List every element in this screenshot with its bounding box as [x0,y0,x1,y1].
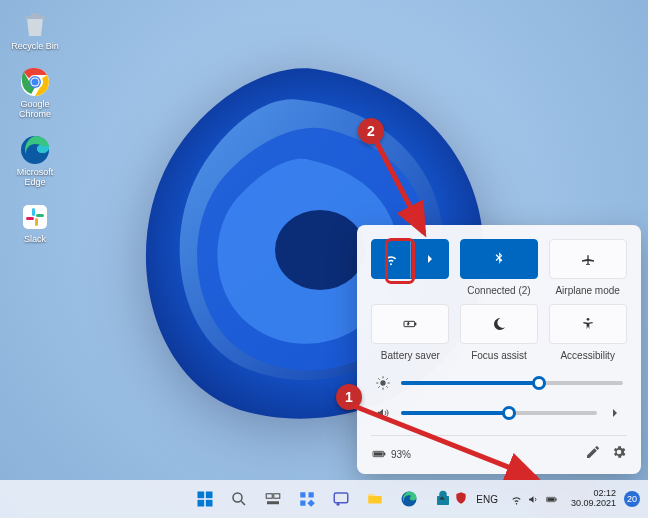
moon-icon [491,316,507,332]
gear-icon [611,444,627,460]
battery-status[interactable]: 93% [371,446,411,462]
svg-line-20 [378,378,379,379]
search-icon [230,490,248,508]
airplane-tile[interactable] [549,239,627,279]
battery-text: 93% [391,449,411,460]
volume-slider-row [371,405,627,421]
svg-point-43 [337,503,340,506]
chevron-up-icon [436,492,448,504]
svg-rect-1 [31,13,39,16]
desktop-icon-label: Google Chrome [8,100,62,120]
bluetooth-tile[interactable] [460,239,538,279]
volume-slider[interactable] [401,411,597,415]
svg-rect-39 [309,492,314,497]
language-indicator[interactable]: ENG [476,494,498,505]
battery-saver-label: Battery saver [381,350,440,361]
svg-rect-35 [266,494,272,499]
svg-line-27 [376,141,424,233]
svg-point-0 [275,210,365,290]
desktop-icon-chrome[interactable]: Google Chrome [8,66,62,120]
edge-taskbar-button[interactable] [395,485,423,513]
desktop-icon-recycle-bin[interactable]: Recycle Bin [8,8,62,52]
svg-rect-10 [35,218,38,226]
widgets-button[interactable] [293,485,321,513]
desktop-icon-edge[interactable]: Microsoft Edge [8,134,62,188]
system-tray[interactable] [506,491,563,508]
brightness-slider[interactable] [401,381,623,385]
file-explorer-button[interactable] [361,485,389,513]
svg-rect-9 [36,214,44,217]
svg-point-5 [32,78,39,85]
wifi-icon [510,493,523,506]
accessibility-tile[interactable] [549,304,627,344]
svg-rect-32 [206,500,213,507]
svg-rect-38 [300,492,305,497]
svg-rect-7 [23,205,47,229]
recycle-bin-icon [19,8,51,40]
chat-icon [332,490,350,508]
volume-icon [527,493,540,506]
notification-center-button[interactable]: 20 [624,491,640,507]
battery-icon [371,446,387,462]
brightness-slider-row [371,375,627,391]
taskbar-center [191,485,457,513]
edit-button[interactable] [585,444,601,464]
svg-rect-29 [198,492,205,499]
svg-rect-41 [307,499,314,506]
svg-rect-30 [206,492,213,499]
pencil-icon [585,444,601,460]
task-view-button[interactable] [259,485,287,513]
brightness-icon [375,375,391,391]
svg-line-22 [378,386,379,387]
search-button[interactable] [225,485,253,513]
wifi-tile[interactable] [371,239,449,279]
svg-rect-36 [274,494,280,499]
desktop: Recycle Bin Google Chrome Microsoft Edge… [0,0,648,518]
svg-point-14 [586,318,589,321]
svg-rect-37 [267,501,279,504]
focus-assist-tile[interactable] [460,304,538,344]
chat-button[interactable] [327,485,355,513]
bluetooth-label: Connected (2) [467,285,530,296]
clock[interactable]: 02:12 30.09.2021 [571,489,616,509]
svg-line-23 [386,378,387,379]
settings-button[interactable] [611,444,627,464]
desktop-icon-label: Recycle Bin [11,42,59,52]
wifi-expand-button[interactable] [410,240,449,278]
chevron-right-icon[interactable] [607,405,623,421]
shield-icon [454,491,468,505]
accessibility-icon [580,316,596,332]
svg-line-21 [386,386,387,387]
volume-icon [375,405,391,421]
svg-rect-40 [300,501,305,506]
svg-rect-26 [374,452,383,455]
svg-rect-8 [32,208,35,216]
windows-icon [195,489,215,509]
start-button[interactable] [191,485,219,513]
desktop-icon-label: Microsoft Edge [8,168,62,188]
airplane-label: Airplane mode [555,285,619,296]
battery-icon [544,493,559,506]
task-view-icon [264,490,282,508]
desktop-icon-label: Slack [24,235,46,245]
chrome-icon [19,66,51,98]
wifi-icon [383,251,399,267]
taskbar-right: ENG 02:12 30.09.2021 20 [436,480,640,518]
wifi-toggle[interactable] [372,240,410,278]
svg-point-15 [380,380,385,385]
svg-line-34 [241,501,245,505]
svg-rect-31 [198,500,205,507]
quick-settings-flyout: Connected (2) Airplane mode Battery save… [357,225,641,474]
desktop-icons: Recycle Bin Google Chrome Microsoft Edge… [8,8,62,245]
tray-app-icon[interactable] [454,491,468,507]
battery-saver-tile[interactable] [371,304,449,344]
svg-point-33 [233,493,242,502]
desktop-icon-slack[interactable]: Slack [8,201,62,245]
accessibility-label: Accessibility [560,350,614,361]
slack-icon [19,201,51,233]
taskbar: ENG 02:12 30.09.2021 20 [0,480,648,518]
tray-overflow-button[interactable] [436,492,448,506]
svg-rect-13 [415,323,416,326]
svg-rect-25 [384,453,385,456]
widgets-icon [298,490,316,508]
